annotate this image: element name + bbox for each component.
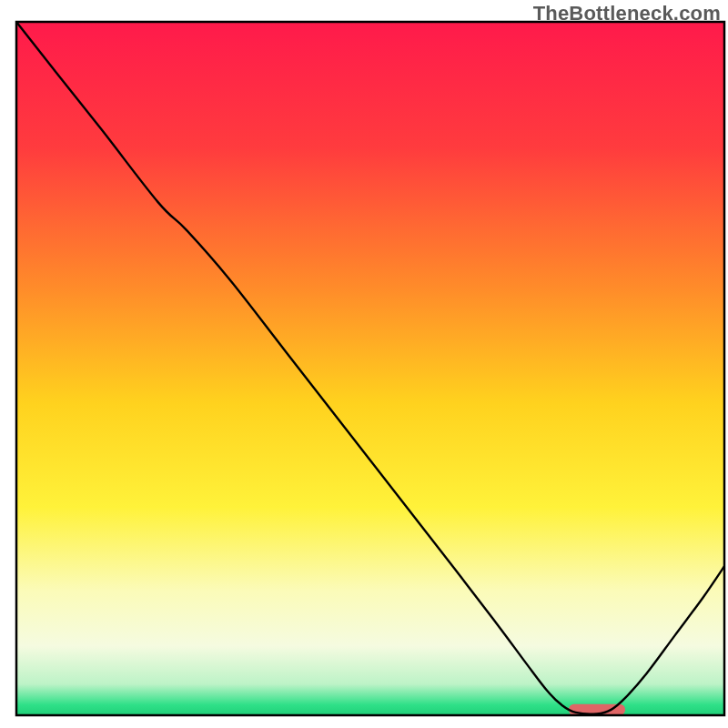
- gradient-background: [16, 22, 724, 715]
- watermark-text: TheBottleneck.com: [533, 2, 721, 25]
- bottleneck-chart: TheBottleneck.com: [0, 0, 728, 728]
- chart-svg: [0, 0, 728, 728]
